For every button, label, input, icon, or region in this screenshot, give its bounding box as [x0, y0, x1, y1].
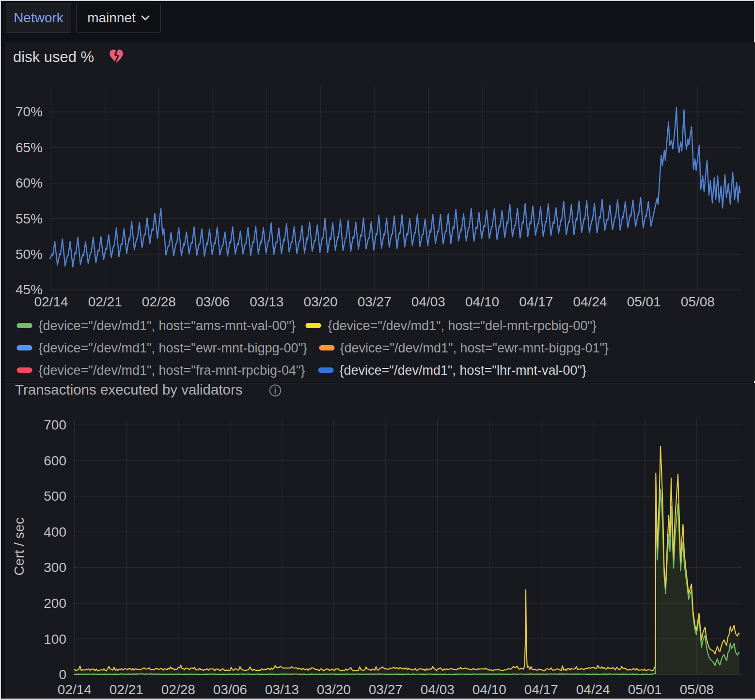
svg-text:05/08: 05/08	[681, 294, 715, 309]
svg-text:03/06: 03/06	[196, 294, 230, 309]
svg-text:04/03: 04/03	[421, 682, 455, 697]
svg-text:02/28: 02/28	[161, 682, 195, 697]
svg-text:02/21: 02/21	[110, 682, 143, 697]
svg-text:04/10: 04/10	[465, 294, 499, 309]
svg-text:100: 100	[44, 632, 66, 647]
svg-text:{device="/dev/md1", host="fra-: {device="/dev/md1", host="fra-mnt-rpcbig…	[39, 363, 305, 378]
svg-text:600: 600	[44, 453, 66, 468]
svg-text:0: 0	[59, 667, 66, 682]
svg-text:04/17: 04/17	[524, 682, 558, 697]
svg-text:60%: 60%	[16, 175, 43, 191]
svg-text:55%: 55%	[16, 211, 43, 226]
svg-text:02/28: 02/28	[142, 294, 176, 309]
svg-text:Cert / sec: Cert / sec	[12, 518, 27, 576]
svg-text:{device="/dev/md1", host="ams-: {device="/dev/md1", host="ams-mnt-val-00…	[39, 318, 296, 333]
svg-text:05/01: 05/01	[627, 294, 661, 309]
svg-text:03/27: 03/27	[358, 294, 392, 309]
svg-text:03/20: 03/20	[303, 294, 337, 309]
svg-text:{device="/dev/md1", host="ewr-: {device="/dev/md1", host="ewr-mnt-bigpg-…	[340, 341, 609, 355]
svg-text:02/14: 02/14	[34, 294, 68, 309]
svg-text:04/03: 04/03	[411, 294, 445, 309]
svg-text:50%: 50%	[16, 247, 43, 262]
svg-text:300: 300	[44, 560, 66, 575]
svg-text:400: 400	[44, 525, 66, 540]
svg-text:04/24: 04/24	[576, 682, 610, 697]
svg-text:70%: 70%	[16, 104, 43, 119]
svg-text:03/06: 03/06	[213, 682, 247, 697]
svg-text:03/13: 03/13	[250, 294, 283, 309]
svg-text:05/01: 05/01	[628, 682, 662, 697]
svg-text:03/27: 03/27	[369, 682, 403, 697]
svg-text:{device="/dev/md1", host="lhr-: {device="/dev/md1", host="lhr-mnt-val-00…	[340, 363, 587, 378]
svg-text:04/24: 04/24	[573, 294, 607, 309]
svg-text:500: 500	[44, 489, 66, 504]
svg-text:65%: 65%	[16, 140, 43, 155]
svg-text:{device="/dev/md1", host="ewr-: {device="/dev/md1", host="ewr-mnt-bigpg-…	[39, 341, 308, 355]
svg-text:04/17: 04/17	[519, 294, 553, 309]
svg-text:{device="/dev/md1", host="del-: {device="/dev/md1", host="del-mnt-rpcbig…	[328, 318, 597, 333]
svg-text:04/10: 04/10	[472, 682, 506, 697]
svg-text:03/20: 03/20	[317, 682, 351, 697]
svg-text:200: 200	[44, 596, 66, 611]
svg-text:02/14: 02/14	[58, 682, 92, 697]
svg-text:02/21: 02/21	[88, 294, 122, 309]
svg-text:03/13: 03/13	[265, 682, 299, 697]
svg-text:05/08: 05/08	[680, 682, 714, 697]
svg-text:700: 700	[44, 417, 66, 432]
